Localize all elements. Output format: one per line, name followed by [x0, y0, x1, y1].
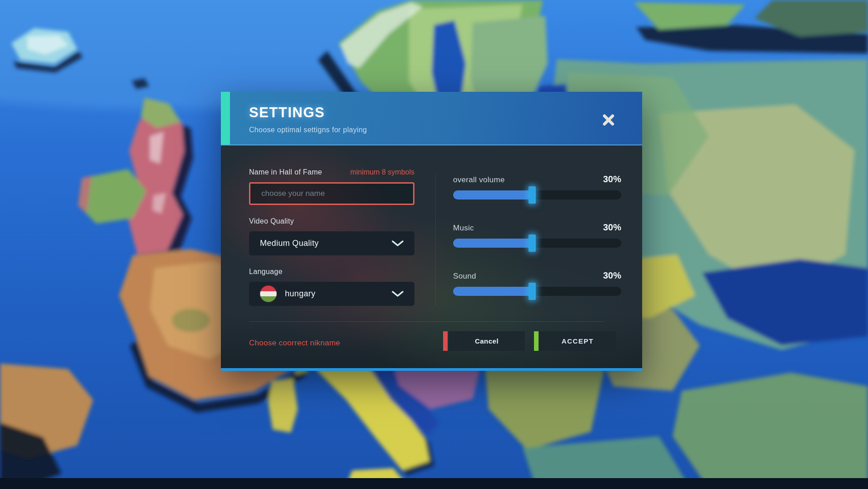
settings-dialog: SETTINGS Choose optimal settigns for pla… [221, 92, 642, 371]
column-divider [435, 174, 436, 306]
game-screen: SETTINGS Choose optimal settigns for pla… [0, 0, 868, 489]
sound-volume-slider[interactable] [453, 287, 621, 296]
overall-volume-label: overall volume [453, 175, 505, 185]
slider-handle[interactable] [529, 235, 536, 252]
video-quality-dropdown[interactable]: Medium Quality [249, 231, 414, 255]
video-quality-value: Medium Quality [260, 239, 319, 248]
slider-handle[interactable] [529, 283, 536, 300]
language-label: Language [249, 268, 414, 276]
accept-button[interactable]: ACCEPT [534, 331, 616, 351]
language-dropdown[interactable]: hungary [249, 282, 414, 306]
slider-handle[interactable] [529, 186, 536, 204]
cancel-accent-bar [443, 331, 448, 351]
sound-volume-value: 30% [603, 270, 621, 281]
slider-fill [453, 239, 532, 248]
chevron-down-icon [392, 291, 404, 297]
nickname-error-message: Choose coorrect nikname [249, 339, 340, 348]
music-volume-value: 30% [603, 222, 621, 233]
cancel-button-label: Cancel [475, 337, 499, 345]
dialog-header: SETTINGS Choose optimal settigns for pla… [221, 92, 642, 145]
accept-button-label: ACCEPT [562, 337, 594, 345]
video-quality-label: Video Quality [249, 217, 414, 225]
close-button[interactable] [600, 112, 617, 128]
overall-volume-value: 30% [603, 174, 621, 185]
dialog-title: SETTINGS [249, 105, 367, 121]
chevron-down-icon [392, 240, 404, 247]
dialog-body: Name in Hall of Fame minimum 8 symbols V… [221, 145, 642, 368]
music-volume-slider[interactable] [453, 239, 621, 248]
footer-divider [249, 321, 604, 322]
slider-fill [453, 190, 532, 200]
dialog-subtitle: Choose optimal settigns for playing [249, 126, 367, 134]
name-validation-hint: minimum 8 symbols [350, 168, 414, 176]
header-accent-bar [221, 92, 230, 145]
music-volume-label: Music [453, 224, 474, 233]
name-field-label: Name in Hall of Fame [249, 168, 322, 176]
language-value: hungary [285, 289, 315, 299]
slider-fill [453, 287, 532, 296]
close-icon [602, 113, 615, 127]
accept-accent-bar [534, 331, 539, 351]
name-input[interactable] [249, 182, 414, 205]
hungary-flag-icon [260, 285, 277, 302]
overall-volume-slider[interactable] [453, 190, 621, 200]
sound-volume-label: Sound [453, 272, 476, 281]
cancel-button[interactable]: Cancel [443, 331, 525, 351]
dialog-bottom-accent-bar [221, 368, 642, 371]
